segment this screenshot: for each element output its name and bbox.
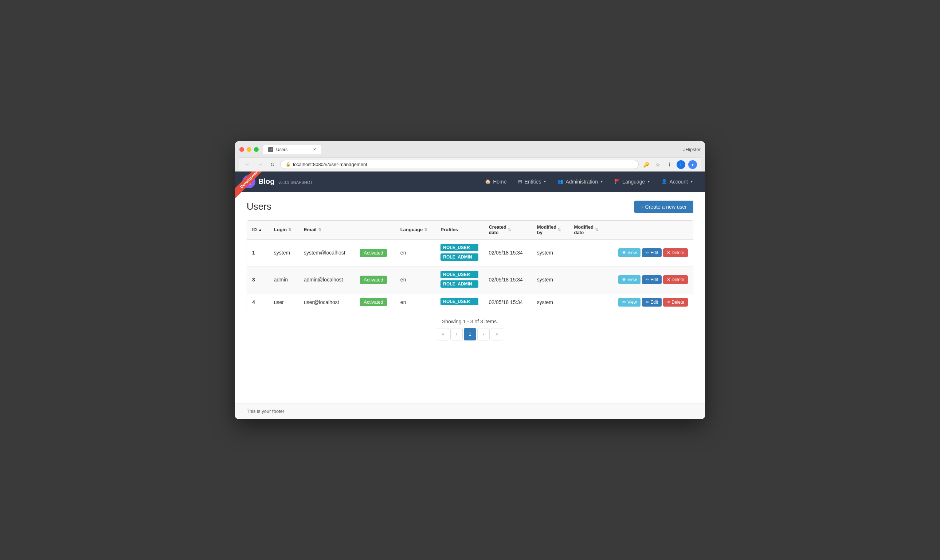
first-page-button[interactable]: « xyxy=(437,328,449,340)
nav-language[interactable]: 🚩 Language ▾ xyxy=(609,176,655,188)
last-page-button[interactable]: » xyxy=(491,328,503,340)
browser-app-title: JHipster xyxy=(683,147,701,152)
col-profiles-label: Profiles xyxy=(441,227,458,232)
col-email-label: Email xyxy=(304,227,317,232)
cell-modified-date xyxy=(569,266,606,293)
brand-name: Blog v0.0.1-SNAPSHOT xyxy=(258,177,313,186)
status-badge: Activated xyxy=(360,275,387,284)
tab-title: Users xyxy=(276,147,287,152)
modified-by-sort-icon: ⇅ xyxy=(558,228,561,232)
cell-actions: 👁 View ✏ Edit ✕ Delete xyxy=(606,239,693,266)
cell-login: user xyxy=(269,293,299,311)
active-tab[interactable]: U Users ✕ xyxy=(263,145,321,154)
cell-actions: 👁 View ✏ Edit ✕ Delete xyxy=(606,266,693,293)
cell-created-date: 02/05/18 15:34 xyxy=(484,239,532,266)
address-bar[interactable]: 🔒 localhost:8080/#/user-management xyxy=(280,160,639,169)
id-sort-icon: ▲ xyxy=(258,228,262,232)
delete-button[interactable]: ✕ Delete xyxy=(663,248,688,257)
dev-ribbon: Development xyxy=(235,171,264,200)
pagination: « ‹ 1 › » xyxy=(437,328,503,340)
cell-email: admin@localhost xyxy=(299,266,355,293)
administration-caret-icon: ▾ xyxy=(601,180,603,183)
maximize-button[interactable] xyxy=(254,147,259,152)
key-icon[interactable]: 🔑 xyxy=(642,160,650,169)
col-email[interactable]: Email ⇅ xyxy=(299,221,355,239)
cell-modified-date xyxy=(569,293,606,311)
cell-email: user@localhost xyxy=(299,293,355,311)
tab-close-icon[interactable]: ✕ xyxy=(313,147,316,152)
cell-language: en xyxy=(395,239,435,266)
profile-badge: ROLE_USER xyxy=(441,244,478,251)
cell-created-date: 02/05/18 15:34 xyxy=(484,266,532,293)
dev-ribbon-container: Development xyxy=(235,171,264,201)
close-button[interactable] xyxy=(239,147,244,152)
view-button[interactable]: 👁 View xyxy=(618,275,641,284)
nav-account[interactable]: 👤 Account ▾ xyxy=(656,176,698,188)
prev-page-button[interactable]: ‹ xyxy=(450,328,463,340)
col-modified-by-label: Modifiedby xyxy=(537,224,556,235)
col-login[interactable]: Login ⇅ xyxy=(269,221,299,239)
nav-home[interactable]: 🏠 Home xyxy=(480,176,512,188)
col-language-label: Language xyxy=(401,227,423,232)
col-modified-by[interactable]: Modifiedby ⇅ xyxy=(532,221,569,239)
col-status xyxy=(355,221,395,239)
title-bar: U Users ✕ JHipster xyxy=(239,145,701,154)
view-button[interactable]: 👁 View xyxy=(618,298,641,306)
col-profiles: Profiles xyxy=(435,221,484,239)
entities-caret-icon: ▾ xyxy=(544,180,546,183)
status-badge: Activated xyxy=(360,298,387,306)
edit-button[interactable]: ✏ Edit xyxy=(642,248,662,257)
col-created-date[interactable]: Createddate ⇅ xyxy=(484,221,532,239)
col-id[interactable]: ID ▲ xyxy=(247,221,269,239)
users-table-container: ID ▲ Login ⇅ xyxy=(247,220,693,311)
nav-language-label: Language xyxy=(622,179,645,185)
table-row: 3 admin admin@localhost Activated en ROL… xyxy=(247,266,693,293)
col-actions xyxy=(606,221,693,239)
home-icon: 🏠 xyxy=(485,179,491,184)
extension-icon[interactable]: i xyxy=(676,160,685,169)
minimize-button[interactable] xyxy=(247,147,251,152)
cell-modified-by: system xyxy=(532,266,569,293)
pagination-info: Showing 1 - 3 of 3 items. xyxy=(247,318,693,325)
edit-button[interactable]: ✏ Edit xyxy=(642,298,662,306)
footer-text: This is your footer xyxy=(247,409,284,414)
browser-chrome: U Users ✕ JHipster ← → ↻ 🔒 localhost:808… xyxy=(235,141,705,171)
url-text: localhost:8080/#/user-management xyxy=(293,162,367,167)
nav-entities[interactable]: ⊞ Entities ▾ xyxy=(513,176,551,188)
bookmark-icon[interactable]: ☆ xyxy=(653,160,662,169)
profile-badge: ROLE_USER xyxy=(441,298,478,305)
view-button[interactable]: 👁 View xyxy=(618,248,641,257)
edit-button[interactable]: ✏ Edit xyxy=(642,275,662,284)
cell-login: admin xyxy=(269,266,299,293)
cell-status: Activated xyxy=(355,266,395,293)
account-caret-icon: ▾ xyxy=(691,180,693,183)
pagination-area: Showing 1 - 3 of 3 items. « ‹ 1 › » xyxy=(247,318,693,340)
nav-administration-label: Administration xyxy=(566,179,598,185)
login-sort-icon: ⇅ xyxy=(288,228,291,232)
forward-button[interactable]: → xyxy=(256,160,265,169)
info-icon[interactable]: ℹ xyxy=(665,160,673,169)
col-modified-date[interactable]: Modifieddate ⇅ xyxy=(569,221,606,239)
nav-administration[interactable]: 👥 Administration ▾ xyxy=(552,176,608,188)
profile-badge: ROLE_USER xyxy=(441,271,478,278)
cell-email: system@localhost xyxy=(299,239,355,266)
users-table: ID ▲ Login ⇅ xyxy=(247,221,693,311)
nav-home-label: Home xyxy=(493,179,507,185)
page-header: Users + Create a new user xyxy=(247,201,693,213)
table-header: ID ▲ Login ⇅ xyxy=(247,221,693,239)
create-user-button[interactable]: + Create a new user xyxy=(634,201,693,213)
col-language[interactable]: Language ⇅ xyxy=(395,221,435,239)
next-page-button[interactable]: › xyxy=(477,328,490,340)
table-body: 1 system system@localhost Activated en R… xyxy=(247,239,693,311)
profile-icon[interactable]: ● xyxy=(688,160,697,169)
navbar: Development 🤖 Blog v0.0.1-SNAPSHOT 🏠 Hom… xyxy=(235,171,705,192)
cell-language: en xyxy=(395,293,435,311)
page-1-button[interactable]: 1 xyxy=(464,328,476,340)
cell-profiles: ROLE_USER xyxy=(435,293,484,311)
delete-button[interactable]: ✕ Delete xyxy=(663,275,688,284)
delete-button[interactable]: ✕ Delete xyxy=(663,298,688,306)
back-button[interactable]: ← xyxy=(243,160,253,169)
cell-modified-by: system xyxy=(532,293,569,311)
cell-id: 3 xyxy=(247,266,269,293)
refresh-button[interactable]: ↻ xyxy=(268,160,277,169)
